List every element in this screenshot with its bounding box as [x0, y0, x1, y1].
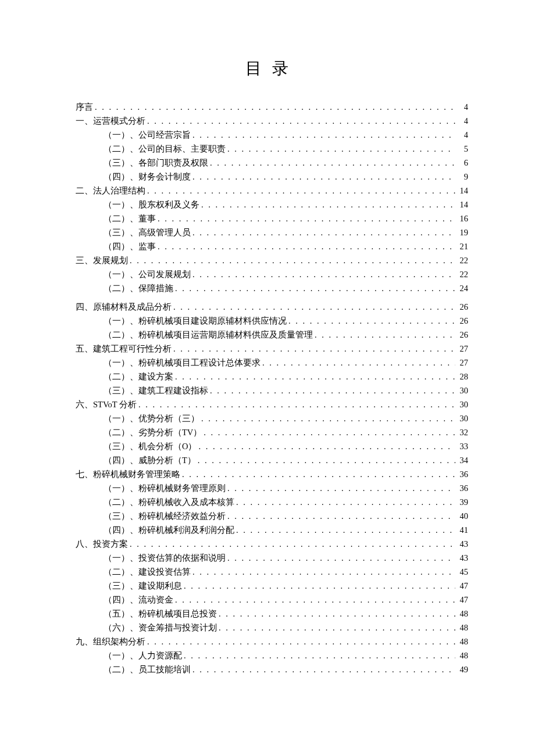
toc-leader-dots [234, 523, 455, 538]
toc-entry-page: 48 [455, 635, 468, 649]
toc-leader-dots [226, 481, 455, 496]
toc-entry-page: 47 [455, 579, 468, 593]
toc-entry: 序言4 [76, 100, 468, 114]
toc-entry: （一）、粉碎机械项目建设期原辅材料供应情况26 [76, 314, 468, 328]
toc-leader-dots [226, 509, 455, 524]
toc-entry-page: 26 [455, 300, 468, 314]
toc-entry: （一）、粉碎机械项目工程设计总体要求27 [76, 356, 468, 370]
toc-entry-page: 43 [455, 551, 468, 565]
toc-entry: （三）、机会分析（O）33 [76, 439, 468, 453]
toc-entry-page: 19 [455, 225, 468, 240]
toc-leader-dots [208, 156, 455, 170]
toc-entry-label: 序言 [76, 100, 93, 114]
toc-entry-label: （二）、保障措施 [104, 281, 173, 296]
toc-entry-label: （二）、员工技能培训 [104, 662, 191, 677]
toc-entry-page: 22 [455, 253, 468, 268]
toc-entry: 六、STVoT 分析30 [76, 397, 468, 411]
toc-entry-label: （一）、股东权利及义务 [104, 198, 199, 212]
toc-entry-label: （一）、粉碎机械财务管理原则 [104, 481, 226, 496]
table-of-contents: 序言4一、运营模式分析4（一）、公司经营宗旨4（二）、公司的目标、主要职责5（三… [76, 100, 468, 676]
toc-entry: （四）、粉碎机械利润及利润分配41 [76, 523, 468, 537]
toc-entry-label: （六）、资金筹措与投资计划 [104, 621, 217, 635]
toc-entry-label: （二）、建设投资估算 [104, 565, 191, 579]
toc-entry-label: 二、法人治理结构 [76, 184, 145, 198]
toc-entry: 九、组织架构分析48 [76, 635, 468, 648]
toc-entry-page: 4 [455, 114, 468, 128]
toc-entry-label: 八、投资方案 [76, 537, 128, 551]
toc-leader-dots [156, 239, 455, 254]
toc-title: 目录 [76, 58, 468, 80]
toc-entry: 三、发展规划22 [76, 253, 468, 267]
toc-entry-page: 21 [455, 239, 468, 254]
toc-entry: （三）、粉碎机械经济效益分析40 [76, 509, 468, 523]
toc-entry-label: （二）、公司的目标、主要职责 [104, 142, 226, 156]
document-page: 目录 序言4一、运营模式分析4（一）、公司经营宗旨4（二）、公司的目标、主要职责… [0, 0, 535, 711]
toc-entry: （二）、粉碎机械收入及成本核算39 [76, 495, 468, 509]
toc-entry-page: 5 [455, 142, 468, 156]
toc-entry-page: 39 [455, 495, 468, 510]
toc-entry: （一）、公司发展规划22 [76, 267, 468, 281]
toc-entry-label: （四）、流动资金 [104, 593, 173, 607]
toc-leader-dots [261, 356, 455, 370]
toc-entry: （三）、建筑工程建设指标30 [76, 384, 468, 397]
toc-entry: 一、运营模式分析4 [76, 114, 468, 128]
toc-entry-label: 九、组织架构分析 [76, 635, 145, 649]
toc-entry-label: （二）、劣势分析（TV） [104, 425, 202, 440]
toc-entry: （二）、劣势分析（TV）32 [76, 425, 468, 439]
toc-entry: （四）、流动资金47 [76, 593, 468, 607]
toc-entry-page: 49 [455, 662, 468, 677]
toc-entry-label: （四）、监事 [104, 239, 156, 254]
toc-entry-page: 27 [455, 356, 468, 370]
toc-entry-label: （一）、公司经营宗旨 [104, 128, 191, 142]
toc-leader-dots [208, 384, 455, 398]
toc-entry: （一）、优势分析（三）30 [76, 411, 468, 425]
toc-entry-label: （二）、粉碎机械项目运营期原辅材料供应及质量管理 [104, 328, 313, 342]
toc-leader-dots [191, 225, 455, 240]
toc-leader-dots [173, 593, 455, 607]
toc-leader-dots [199, 198, 455, 212]
toc-leader-dots [191, 565, 455, 579]
toc-leader-dots [172, 342, 455, 356]
toc-entry-label: （四）、财务会计制度 [104, 170, 191, 184]
toc-entry: （一）、股东权利及义务14 [76, 198, 468, 212]
toc-entry-page: 36 [455, 481, 468, 496]
toc-entry-page: 26 [455, 328, 468, 342]
toc-entry-label: （二）、建设方案 [104, 370, 173, 384]
toc-entry-label: （三）、机会分析（O） [104, 439, 197, 454]
toc-leader-dots [217, 607, 455, 621]
toc-entry-label: （一）、投资估算的依据和说明 [104, 551, 226, 565]
toc-entry: （三）、建设期利息47 [76, 579, 468, 593]
toc-entry: （二）、保障措施24 [76, 281, 468, 295]
toc-leader-dots [128, 537, 455, 551]
toc-entry-label: （二）、粉碎机械收入及成本核算 [104, 495, 234, 510]
toc-leader-dots [226, 142, 455, 156]
toc-leader-dots [180, 467, 455, 482]
toc-entry-label: 三、发展规划 [76, 253, 128, 268]
toc-entry: （二）、公司的目标、主要职责5 [76, 142, 468, 156]
toc-entry: （五）、粉碎机械项目总投资48 [76, 607, 468, 621]
toc-entry-page: 32 [455, 425, 468, 440]
toc-entry-label: （三）、粉碎机械经济效益分析 [104, 509, 226, 524]
toc-leader-dots [313, 328, 455, 342]
toc-entry: （三）、高级管理人员19 [76, 225, 468, 239]
toc-leader-dots [128, 253, 455, 268]
toc-entry: 七、粉碎机械财务管理策略36 [76, 467, 468, 481]
toc-entry: 二、法人治理结构14 [76, 184, 468, 198]
toc-entry: （一）、公司经营宗旨4 [76, 128, 468, 142]
toc-entry-page: 28 [455, 370, 468, 384]
toc-entry: （二）、建设投资估算45 [76, 565, 468, 579]
toc-entry: （二）、粉碎机械项目运营期原辅材料供应及质量管理26 [76, 328, 468, 342]
toc-leader-dots [145, 184, 455, 198]
toc-leader-dots [234, 495, 455, 510]
toc-leader-dots [197, 439, 455, 454]
toc-entry-label: （五）、粉碎机械项目总投资 [104, 607, 217, 621]
toc-entry-label: 六、STVoT 分析 [76, 397, 137, 412]
toc-entry-page: 45 [455, 565, 468, 579]
toc-leader-dots [199, 411, 455, 426]
toc-entry-label: （二）、董事 [104, 212, 156, 226]
toc-leader-dots [145, 114, 455, 128]
toc-leader-dots [145, 635, 455, 649]
toc-entry-label: （三）、建筑工程建设指标 [104, 384, 208, 398]
toc-leader-dots [226, 551, 455, 565]
toc-leader-dots [191, 267, 455, 282]
